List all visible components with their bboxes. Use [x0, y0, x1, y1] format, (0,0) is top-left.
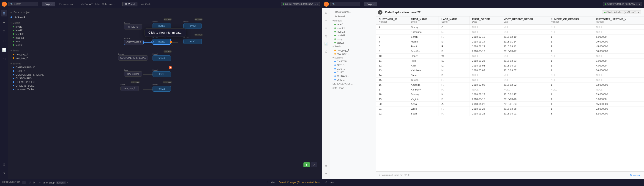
right-nav-level21[interactable]: level21 — [330, 26, 376, 30]
models-section-header[interactable]: ▾Models — [8, 21, 54, 25]
tab-environment[interactable]: Environment — [56, 2, 76, 6]
right-nav-level2[interactable]: level2 — [330, 23, 376, 26]
model-level21[interactable]: level21 — [8, 29, 54, 32]
settings-icon[interactable]: ⚙ — [1, 161, 7, 168]
right-back-link[interactable]: ← Back to proj... — [330, 9, 376, 14]
help-icon[interactable]: ? — [1, 171, 7, 177]
right-nav-model2[interactable]: model2 — [330, 34, 376, 37]
more-btn[interactable]: ... — [114, 3, 116, 5]
source-customers[interactable]: CUSTOMERS — [8, 77, 54, 80]
source-unnamed[interactable]: Unnamed Tables — [8, 88, 54, 91]
right-nav-cust2[interactable]: CUST... — [330, 71, 376, 74]
tab-code[interactable]: </> Code — [138, 2, 154, 6]
right-search-box[interactable]: 🔍 — [330, 2, 360, 6]
seed-raw-pay-1[interactable]: raw_pay_1 — [8, 53, 54, 56]
node-model-level21[interactable]: 80 rows Model level21 — [152, 21, 171, 29]
right-chart-icon[interactable]: 📊 — [323, 41, 329, 47]
right-heart-icon[interactable]: ♡ — [323, 26, 329, 31]
table-cell: 1 — [548, 102, 593, 106]
node-model-test22[interactable]: 115 rows Model test22 — [152, 84, 171, 92]
data-table-area: ✕ Data Exploration: level22 Cluster Atta… — [376, 8, 644, 179]
model-level22[interactable]: level22 — [8, 32, 54, 36]
seed-raw-pay-2[interactable]: raw_pay_2 — [8, 56, 54, 60]
download-button[interactable]: Download — [630, 174, 641, 177]
source-orders[interactable]: ORDERS — [8, 69, 54, 73]
right-nav-ord[interactable]: ORD... — [330, 78, 376, 82]
seeds-section-header[interactable]: ▾Seeds — [8, 49, 54, 53]
table-cell: 2018-01-23 — [501, 102, 548, 106]
model-level2[interactable]: level2 — [8, 25, 54, 29]
sources-section-header[interactable]: ▾Sources — [8, 62, 54, 66]
layers-icon[interactable]: ≡ — [1, 19, 7, 26]
right-cluster-badge[interactable]: Cluster Attached (testSnowP... ▾ — [603, 2, 642, 6]
cluster-badge[interactable]: Cluster Attached (testSnowP... ▾ — [281, 2, 320, 6]
right-nav-rawpay1[interactable]: raw_pay_1 — [330, 48, 376, 52]
tab-visual[interactable]: 👁 Visual — [122, 2, 138, 6]
right-nav-cust1[interactable]: CUST... — [330, 67, 376, 71]
right-nav-chirag[interactable]: CHIRAG... — [330, 74, 376, 78]
table-cell: H. — [438, 111, 469, 116]
model-temp[interactable]: temp — [8, 40, 54, 43]
play-button[interactable]: ▶ — [304, 162, 310, 167]
node-seed-raw-pay2[interactable]: 115 rows Seed raw_pay_2 — [120, 84, 139, 91]
table-row: 16AmandaH.2018-02-022018-02-02112.000000 — [376, 83, 644, 87]
source-dot — [13, 74, 14, 75]
node-model-level22[interactable]: Model level22 — [152, 36, 171, 45]
chart-icon[interactable]: 📊 — [1, 47, 7, 53]
right-help-icon[interactable]: ? — [323, 171, 329, 177]
node-source-customers[interactable]: Source CUSTOMERS — [124, 37, 144, 45]
right-nav-chetan[interactable]: CHETAN... — [330, 60, 376, 63]
refresh-icon[interactable]: ↺ — [28, 181, 31, 184]
source-customers-special[interactable]: CUSTOMERS_SPECIAL — [8, 73, 54, 77]
right-nav-rawpay2[interactable]: raw_pay_2 — [330, 52, 376, 56]
node-model-level2-mid[interactable]: 80 rows Model level2 — [184, 36, 202, 44]
right-header-cluster[interactable]: Cluster Attached (testSnowP... ▾ — [602, 10, 641, 14]
table-cell: NULL — [593, 30, 644, 34]
node-source-customers-special[interactable]: Source CUSTOMERS_SPECIAL — [118, 53, 148, 61]
source-chetan[interactable]: CHETAN.PUBLIC — [8, 66, 54, 69]
source-chirag[interactable]: CHIRAG.PUBLIC — [8, 80, 54, 84]
node-model-model2[interactable]: 80 rows Model model2 — [152, 53, 171, 61]
search-icon: 🔍 — [10, 3, 13, 5]
right-jaffeshop[interactable]: jaffe_shop — [330, 86, 376, 90]
right-nav-level22[interactable]: level22 — [330, 30, 376, 34]
right-layers-icon[interactable]: ≡ — [323, 18, 329, 23]
back-project-icon[interactable]: ← jaffe_shop LATEST › — [39, 181, 68, 184]
node-source-orders[interactable]: Source ORDERS — [124, 22, 142, 29]
right-network-icon[interactable]: ⬡ — [323, 49, 329, 54]
table-cell: NULL — [593, 73, 644, 78]
model-model2[interactable]: model2 — [8, 36, 54, 40]
clock-icon[interactable]: ◷ — [1, 37, 7, 44]
node-seed-raw-orders[interactable]: Seed raw_orders — [124, 69, 142, 77]
table-cell: 2018-03-28 — [501, 106, 548, 111]
right-tab-project[interactable]: Project — [364, 2, 377, 6]
table-cell: A. — [438, 102, 469, 106]
table-row: 8FrankR.2018-01-292018-03-12245.000000 — [376, 44, 644, 49]
svg-line-5 — [171, 44, 174, 47]
node-model-temp[interactable]: ● Model temp — [152, 69, 171, 77]
right-nav-orders[interactable]: ORDE... — [330, 63, 376, 67]
right-settings-icon[interactable]: ⚙ — [323, 164, 329, 169]
divider — [40, 2, 40, 6]
source-orders-scd2[interactable]: ORDERS_SCD2 — [8, 84, 54, 88]
right-clock-icon[interactable]: ◷ — [323, 33, 329, 39]
info-label[interactable]: Info — [95, 3, 100, 5]
expand-button[interactable]: ⤢ — [311, 162, 317, 167]
schedule-label[interactable]: Schedule — [102, 3, 113, 5]
node-model-level2-top[interactable]: 80 rows Model level2 — [184, 21, 202, 29]
settings-small-icon[interactable]: ⚙ — [32, 181, 35, 184]
table-cell: 2018-03-23 — [469, 59, 501, 63]
tab-project[interactable]: Project — [42, 2, 55, 6]
search-box[interactable]: 🔍 Search — [8, 2, 38, 6]
close-button[interactable]: ✕ — [378, 10, 382, 15]
network-icon[interactable]: ⬡ — [1, 56, 7, 62]
grid-icon[interactable]: ⊞ — [1, 10, 7, 16]
model-test22[interactable]: test22 — [8, 43, 54, 47]
right-nav-temp[interactable]: temp — [330, 37, 376, 41]
commit-changes[interactable]: Commit Changes (34 uncommitted files) — [279, 181, 320, 184]
back-arrow: ← — [39, 181, 41, 184]
heart-icon[interactable]: ♡ — [1, 28, 7, 35]
right-grid-icon[interactable]: ⊞ — [323, 10, 329, 15]
right-nav-test22[interactable]: test22 — [330, 41, 376, 45]
back-to-project[interactable]: ←Back to project — [8, 10, 54, 15]
